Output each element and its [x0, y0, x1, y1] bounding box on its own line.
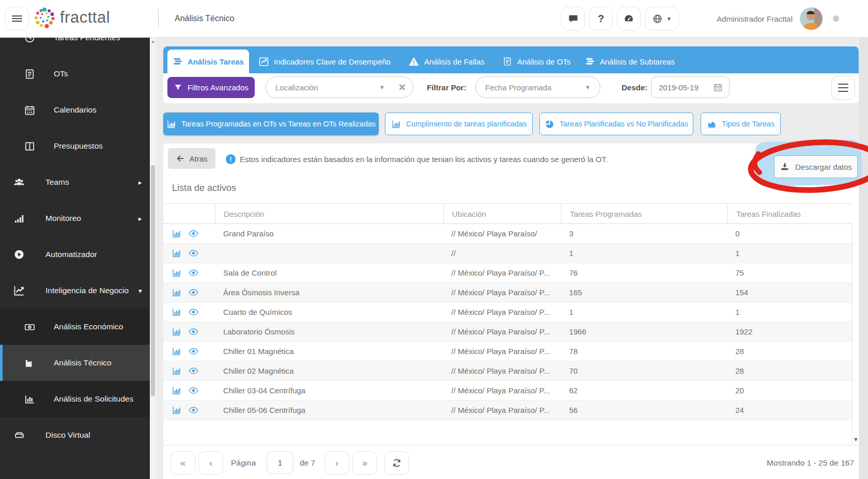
localization-select[interactable]: Localización ▼ × — [266, 76, 413, 98]
chevron-right-icon: ▸ — [138, 215, 142, 222]
sidebar-item-teams[interactable]: Teams ▸ — [0, 164, 150, 200]
sidebar-scrollbar[interactable]: ▲ — [150, 37, 156, 479]
download-data-button[interactable]: Descargar datos — [774, 155, 858, 178]
arrow-left-icon — [176, 154, 185, 163]
tab-indicadores-clave[interactable]: Indicadores Clave de Desempeño — [258, 50, 391, 73]
row-chart-icon[interactable] — [172, 229, 181, 238]
tab-analisis-de-subtareas[interactable]: Análisis de Subtareas — [585, 50, 675, 73]
chart-button-cumplimiento[interactable]: Cumplimiento de tareas planificadas — [385, 113, 533, 135]
row-chart-icon[interactable] — [172, 268, 181, 278]
list-options-button[interactable] — [831, 76, 855, 100]
table-row[interactable]: Chiller 01 Magnética // México/ Playa Pa… — [163, 342, 852, 361]
chart-button-programadas-vs-realizadas[interactable]: Tareas Programadas en OTs vs Tareas en O… — [163, 113, 379, 135]
last-page-button[interactable]: » — [352, 451, 377, 475]
row-chart-icon[interactable] — [172, 248, 181, 258]
page-scrollbar[interactable] — [859, 37, 868, 479]
calendar-icon[interactable] — [713, 83, 723, 92]
sidebar-item-analisis-de-solicitudes[interactable]: Análisis de Solicitudes — [0, 381, 150, 417]
row-eye-icon[interactable] — [188, 365, 199, 376]
dashboard-button[interactable] — [617, 7, 641, 30]
sidebar-scrollbar-thumb[interactable] — [151, 165, 155, 396]
warning-triangle-icon — [408, 56, 420, 67]
fracttal-logo-icon[interactable] — [32, 6, 57, 31]
row-eye-icon[interactable] — [188, 248, 199, 259]
row-eye-icon[interactable] — [188, 287, 199, 298]
row-eye-icon[interactable] — [188, 385, 199, 396]
row-chart-icon[interactable] — [172, 386, 181, 395]
row-chart-icon[interactable] — [172, 288, 181, 297]
list-title: Lista de activos — [172, 183, 236, 194]
cell-ubicacion: // México/ Playa Paraíso/ P... — [443, 302, 561, 322]
chart-button-tipos-de-tareas[interactable]: Tipos de Tareas — [701, 113, 781, 135]
row-eye-icon[interactable] — [188, 405, 199, 416]
table-row[interactable]: Chiller 03-04 Centrífuga // México/ Play… — [163, 381, 852, 401]
cell-descripcion: Cuarto de Químicos — [215, 302, 443, 322]
row-eye-icon[interactable] — [188, 307, 199, 317]
language-button[interactable]: ▼ — [645, 7, 679, 30]
sidebar-item-inteligencia-de-negocio[interactable]: Inteligencia de Negocio ▾ — [0, 273, 150, 309]
showing-label: Mostrando 1 - 25 de 167 — [767, 458, 854, 468]
row-eye-icon[interactable] — [188, 228, 199, 239]
tab-analisis-tareas[interactable]: Análisis Tareas — [167, 50, 249, 73]
tab-analisis-de-fallas[interactable]: Análisis de Fallas — [408, 50, 485, 73]
scroll-up-arrow-icon[interactable]: ▲ — [150, 39, 156, 44]
top-bar: fracttal Análisis Técnico ? ▼ Administra… — [0, 0, 868, 38]
caret-down-icon: ▼ — [379, 84, 385, 90]
sidebar-item-analisis-economico[interactable]: Análisis Económico — [0, 309, 150, 345]
sidebar-item-analisis-tecnico[interactable]: Análisis Técnico — [0, 345, 150, 381]
advanced-filters-button[interactable]: Filtros Avanzados — [167, 77, 255, 98]
back-button[interactable]: Atras — [168, 148, 215, 169]
sidebar-item-tareas-pendientes[interactable]: Tareas Pendientes — [0, 37, 150, 56]
page-total-label: de 7 — [300, 458, 315, 468]
chat-button[interactable] — [561, 7, 585, 30]
table-row[interactable]: Chiller 02 Magnética // México/ Playa Pa… — [163, 361, 852, 381]
cell-tareas-finalizadas: 1922 — [727, 322, 852, 341]
column-actions — [163, 204, 215, 223]
row-chart-icon[interactable] — [172, 366, 181, 376]
chevron-down-icon: ▾ — [138, 287, 142, 295]
sidebar-item-disco-virtual[interactable]: Disco Virtual — [0, 417, 150, 453]
chart-button-planificadas-vs-no[interactable]: Tareas Planificadas vs No Planificadas — [539, 113, 693, 135]
sidebar-item-monitoreo[interactable]: Monitoreo ▸ — [0, 200, 150, 236]
next-page-button[interactable]: › — [324, 451, 349, 475]
caret-down-icon: ▼ — [667, 16, 672, 22]
row-chart-icon[interactable] — [172, 405, 181, 415]
sidebar-item-ots[interactable]: OTs — [0, 56, 150, 92]
cell-tareas-programadas: 1966 — [561, 322, 727, 341]
sidebar-item-presupuestos[interactable]: Presupuestos — [0, 128, 150, 164]
tab-analisis-de-ots[interactable]: Análisis de OTs — [502, 50, 570, 73]
row-eye-icon[interactable] — [188, 326, 199, 337]
document-icon — [22, 68, 37, 80]
table-row[interactable]: Chiller 05-06 Centrífuga // México/ Play… — [163, 401, 852, 420]
user-name[interactable]: Administrador Fracttal — [717, 14, 793, 23]
info-icon: ! — [226, 154, 236, 164]
first-page-button[interactable]: « — [171, 451, 195, 475]
row-chart-icon[interactable] — [172, 346, 181, 356]
table-row[interactable]: Cuarto de Químicos // México/ Playa Para… — [163, 302, 852, 322]
refresh-button[interactable] — [384, 451, 409, 475]
row-eye-icon[interactable] — [188, 267, 199, 278]
row-chart-icon[interactable] — [172, 327, 181, 337]
sidebar-item-calendarios[interactable]: Calendarios — [0, 92, 150, 128]
table-row[interactable]: Área Ósmosis Inversa // México/ Playa Pa… — [163, 283, 852, 302]
table-scroll-down-icon[interactable]: ▼ — [853, 436, 859, 442]
header-divider — [158, 9, 159, 28]
row-eye-icon[interactable] — [188, 346, 199, 357]
page-input[interactable] — [267, 451, 293, 474]
cell-tareas-programadas: 76 — [561, 263, 727, 282]
clear-filter-icon[interactable]: × — [399, 79, 406, 95]
row-chart-icon[interactable] — [172, 307, 181, 317]
sidebar-item-automatizador[interactable]: Automatizador — [0, 236, 150, 273]
help-button[interactable]: ? — [589, 7, 613, 30]
cell-tareas-programadas: 3 — [561, 224, 727, 243]
chevron-right-icon: ▸ — [138, 179, 142, 186]
table-row[interactable]: Laboratorio Ósmosis // México/ Playa Par… — [163, 322, 852, 342]
table-row[interactable]: Grand Paraíso // México/ Playa Paraíso/ … — [163, 224, 852, 244]
from-date-input[interactable]: 2019-05-19 — [651, 76, 730, 98]
table-row[interactable]: Sala de Control // México/ Playa Paraíso… — [163, 263, 852, 283]
filter-by-select[interactable]: Fecha Programada ▼ — [475, 76, 600, 98]
table-row[interactable]: // 1 1 — [163, 244, 852, 263]
prev-page-button[interactable]: ‹ — [198, 451, 223, 475]
avatar[interactable] — [800, 7, 823, 30]
hamburger-menu-button[interactable] — [5, 7, 29, 30]
